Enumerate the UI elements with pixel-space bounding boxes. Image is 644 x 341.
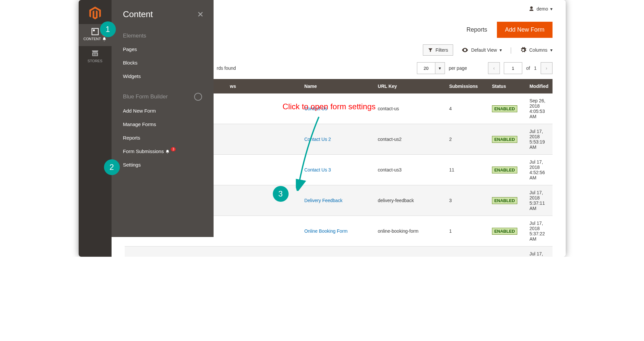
status-badge: ENABLED: [492, 167, 517, 173]
status-badge: ENABLED: [492, 197, 517, 204]
flyout-item-formsubmissions[interactable]: Form Submissions 3: [112, 144, 214, 158]
notification-badge: 3: [171, 147, 176, 151]
cell-submissions: 1: [445, 216, 488, 247]
eye-icon: [461, 46, 469, 54]
cell-modified: Jul 17, 2018 5:37:22 AM: [526, 216, 553, 247]
close-icon[interactable]: ✕: [197, 10, 204, 19]
content-icon: [91, 27, 99, 36]
total-pages: 1: [534, 66, 537, 71]
user-dropdown[interactable]: demo ▾: [528, 6, 552, 12]
sidebar-item-label: STORES: [88, 59, 102, 63]
stores-icon: [91, 49, 99, 58]
cell-submissions: 3: [445, 247, 488, 257]
current-page-input[interactable]: [504, 62, 522, 74]
gear-icon: [520, 47, 527, 53]
of-label: of: [526, 66, 530, 71]
default-view-control[interactable]: Default View ▾: [461, 46, 502, 54]
form-name-link[interactable]: Contact Us 2: [304, 137, 331, 142]
cell-urlkey: online-booking-form: [374, 216, 445, 247]
records-found-text: rds found: [217, 66, 236, 71]
callout-1: 1: [100, 21, 116, 37]
cell-urlkey: contact-us2: [374, 124, 445, 155]
cell-urlkey: book-an-appointment: [374, 247, 445, 257]
funnel-icon: [428, 47, 433, 53]
cell-submissions: 4: [445, 93, 488, 124]
form-name-link[interactable]: Delivery Feedback: [304, 198, 343, 203]
cell-urlkey: delivery-feedback: [374, 185, 445, 216]
table-row[interactable]: Book an Appointment book-an-appointment …: [125, 247, 553, 257]
separator: |: [510, 46, 512, 54]
chevron-down-icon: ▾: [500, 47, 502, 53]
magento-logo: [79, 0, 112, 24]
per-page-label: per page: [449, 66, 467, 71]
cell-submissions: 11: [445, 155, 488, 185]
circle-icon: [194, 93, 202, 101]
col-urlkey[interactable]: URL Key: [374, 79, 445, 93]
add-new-form-button[interactable]: Add New Form: [497, 22, 552, 38]
cell-urlkey: contact-us3: [374, 155, 445, 185]
sidebar-item-stores[interactable]: STORES: [79, 46, 112, 67]
flyout-item-pages[interactable]: Pages: [112, 42, 214, 56]
chevron-down-icon: ▾: [550, 47, 553, 53]
flyout-section-elements: Elements: [112, 23, 214, 42]
prev-page-button[interactable]: ‹: [488, 62, 500, 74]
annotation-text: Click to open form settings: [283, 102, 376, 111]
callout-2: 2: [104, 159, 120, 175]
cell-modified: Jul 17, 2018 5:37:57 AM: [526, 247, 553, 257]
admin-sidebar: CONTENT 3 STORES: [79, 0, 112, 257]
status-badge: ENABLED: [492, 136, 517, 143]
columns-control[interactable]: Columns ▾: [520, 47, 552, 53]
next-page-button[interactable]: ›: [541, 62, 553, 74]
flyout-item-reports[interactable]: Reports: [112, 131, 214, 144]
user-name: demo: [536, 6, 548, 12]
flyout-item-addnewform[interactable]: Add New Form: [112, 104, 214, 118]
svg-rect-0: [92, 28, 98, 35]
callout-3: 3: [273, 186, 289, 202]
flyout-section-blueformbuilder: Blue Form Builder: [112, 83, 214, 104]
per-page-input[interactable]: [417, 62, 435, 74]
col-name[interactable]: Name: [300, 79, 374, 93]
flyout-item-widgets[interactable]: Widgets: [112, 69, 214, 83]
per-page-select[interactable]: ▾: [417, 62, 445, 74]
chevron-down-icon[interactable]: ▾: [435, 62, 445, 74]
bell-icon: [165, 148, 170, 154]
chevron-down-icon: ▾: [550, 6, 553, 12]
form-name-link[interactable]: Online Booking Form: [304, 228, 348, 234]
flyout-title: Content: [123, 9, 153, 19]
status-badge: ENABLED: [492, 228, 517, 235]
sidebar-item-label: CONTENT: [83, 37, 101, 41]
cell-modified: Sep 26, 2018 4:05:53 AM: [526, 93, 553, 124]
status-badge: ENABLED: [492, 105, 517, 112]
cell-submissions: 3: [445, 185, 488, 216]
cell-submissions: 2: [445, 124, 488, 155]
cell-modified: Jul 17, 2018 5:53:19 AM: [526, 124, 553, 155]
svg-rect-1: [93, 30, 94, 31]
cell-modified: Jul 17, 2018 5:37:11 AM: [526, 185, 553, 216]
content-flyout: Content ✕ Elements Pages Blocks Widgets …: [112, 0, 214, 237]
flyout-item-manageforms[interactable]: Manage Forms: [112, 118, 214, 131]
form-name-link[interactable]: Contact Us 3: [304, 167, 331, 172]
bell-icon: [102, 37, 107, 41]
user-icon: [528, 6, 534, 12]
col-submissions[interactable]: Submissions: [445, 79, 488, 93]
filters-button[interactable]: Filters: [423, 44, 453, 56]
col-modified[interactable]: Modified: [526, 79, 553, 93]
cell-modified: Jul 17, 2018 4:52:56 AM: [526, 155, 553, 185]
flyout-item-settings[interactable]: Settings: [112, 158, 214, 171]
reports-link[interactable]: Reports: [466, 26, 487, 33]
flyout-item-blocks[interactable]: Blocks: [112, 56, 214, 69]
col-status[interactable]: Status: [488, 79, 526, 93]
cell-urlkey: contact-us: [374, 93, 445, 124]
